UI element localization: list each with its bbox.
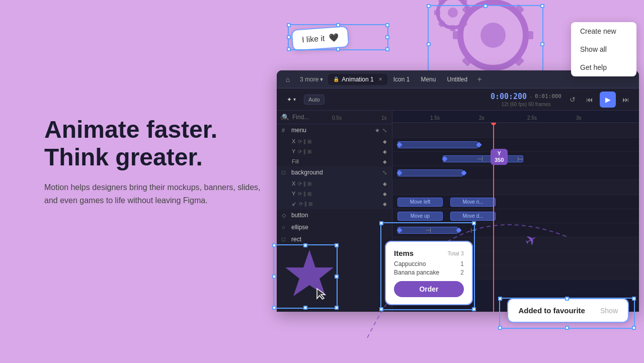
item-num-1: 1: [460, 260, 464, 267]
item-name-2: Banana pancake: [394, 269, 439, 276]
time-ruler: 0s 0.5s 1s 1.5s 2s 2.5s 3s: [392, 111, 639, 123]
star-icon[interactable]: ★: [375, 127, 380, 134]
tool-selector[interactable]: ✦ ▾: [283, 94, 300, 105]
svg-rect-7: [462, 54, 474, 66]
layer-rect[interactable]: □ rect: [277, 233, 392, 245]
tab-add-button[interactable]: +: [473, 73, 486, 85]
items-card: Items Total 3 Cappuccino 1 Banana pancak…: [385, 241, 473, 305]
diamond-icon: ◇: [282, 212, 289, 219]
order-button[interactable]: Order: [394, 281, 464, 297]
tl-row-menu: [392, 123, 639, 138]
tl-row-bg-x: Move left Move ri...: [392, 195, 639, 209]
tl-row-background: [392, 180, 639, 195]
frame-icon: □: [282, 169, 289, 175]
layer-menu-fill[interactable]: Fill ◆: [277, 156, 392, 166]
time-total: 0:01:000: [535, 93, 561, 100]
tab-home[interactable]: ⌂: [281, 72, 295, 86]
layer-menu[interactable]: # menu ★ ⤡: [277, 124, 392, 136]
tab-more[interactable]: 3 more ▾: [296, 74, 327, 85]
item-name-1: Cappuccino: [394, 260, 426, 267]
time-current: 0:00:200: [491, 92, 527, 101]
expand-bg-icon[interactable]: ⤡: [382, 169, 387, 176]
dropdown-show-all[interactable]: Show all: [571, 40, 636, 58]
time-fps: 12t (60 fps) 60 frames: [502, 102, 551, 107]
layer-menu-y[interactable]: Y ⟳ ‖ ⊞ ◆: [277, 146, 392, 156]
tl-row-y: ⊣ ⊢: [392, 152, 639, 166]
items-total: Total 3: [448, 250, 464, 256]
expand-icon[interactable]: ⤡: [382, 127, 387, 134]
layer-ellipse[interactable]: ○ ellipse: [277, 221, 392, 233]
items-title: Items: [394, 249, 414, 257]
hero-section: Animate faster. Think greater. Motion he…: [44, 116, 271, 207]
tab-icon1[interactable]: Icon 1: [388, 74, 415, 85]
y-value-bubble: Y 350: [491, 149, 508, 165]
cursor-icon: [316, 288, 326, 300]
hero-title-line2: Think greater.: [44, 143, 271, 171]
svg-rect-8: [512, 54, 524, 66]
layer-bg-scale[interactable]: ↙ ⟳ ‖ ⊞ ◆: [277, 199, 392, 209]
tool-dropdown-icon: ▾: [293, 97, 296, 102]
next-button[interactable]: ⏭: [619, 93, 633, 107]
like-card-text: I like it: [301, 34, 325, 44]
items-row-2: Banana pancake 2: [394, 269, 464, 276]
layer-ellipse-label: ellipse: [291, 224, 387, 231]
hero-title-line1: Animate faster.: [44, 116, 271, 143]
hero-title: Animate faster. Think greater.: [44, 116, 271, 171]
svg-rect-5: [453, 31, 463, 39]
layer-menu-label: menu: [291, 127, 372, 134]
heart-icon: 🖤: [329, 32, 339, 42]
item-num-2: 2: [460, 269, 464, 276]
grid-icon: #: [282, 127, 289, 133]
lock-icon: 🔒: [333, 76, 339, 82]
svg-rect-6: [512, 4, 524, 17]
layer-bg-x[interactable]: X ⟳ ‖ ⊞ ◆: [277, 178, 392, 189]
tab-animation1[interactable]: 🔒 Animation 1 ✕: [328, 74, 387, 85]
dropdown-create-new[interactable]: Create new: [571, 22, 636, 40]
svg-rect-14: [465, 10, 471, 15]
svg-rect-2: [489, 0, 497, 5]
tool-icon: ✦: [287, 96, 292, 103]
prev-button[interactable]: ⏮: [583, 93, 597, 107]
time-display: 0:00:200 · 0:01:000 12t (60 fps) 60 fram…: [491, 92, 561, 107]
tl-row-fill: [392, 166, 639, 180]
star-decoration: [279, 247, 335, 303]
layer-rect-label: rect: [291, 236, 387, 243]
svg-rect-4: [523, 31, 533, 39]
tab-close-icon[interactable]: ✕: [378, 76, 382, 82]
play-controls: ↺ ⏮ ▶ ⏭: [566, 92, 633, 108]
fav-text: Added to favourite: [518, 306, 585, 315]
layer-button[interactable]: ◇ button: [277, 209, 392, 221]
layer-menu-x[interactable]: X ⟳ ‖ ⊞ ◆: [277, 136, 392, 146]
tab-menu[interactable]: Menu: [416, 74, 441, 85]
toolbar: ✦ ▾ Auto 0:00:200 · 0:01:000 12t (60 fps…: [277, 88, 639, 111]
dropdown-menu: Create new Show all Get help: [571, 22, 636, 76]
svg-rect-15: [434, 10, 440, 15]
loop-button[interactable]: ↺: [566, 93, 580, 107]
svg-rect-13: [450, 25, 455, 31]
svg-point-11: [448, 8, 458, 18]
fav-card: Added to favourite Show: [507, 298, 629, 323]
tl-row-x: [392, 138, 639, 152]
rect-icon: □: [282, 236, 289, 242]
play-button[interactable]: ▶: [600, 92, 616, 108]
like-card: I like it 🖤: [291, 26, 350, 51]
layer-background-label: background: [291, 169, 380, 176]
svg-marker-21: [285, 250, 334, 296]
tl-row-bg-scale: ⊣ ⊢: [392, 223, 639, 237]
layer-background[interactable]: □ background ⤡: [277, 166, 392, 178]
layer-bg-y[interactable]: Y ⟳ ‖ ⊞ ◆: [277, 189, 392, 199]
dropdown-get-help[interactable]: Get help: [571, 58, 636, 76]
auto-mode-toggle[interactable]: Auto: [304, 95, 325, 105]
layer-button-label: button: [291, 212, 387, 219]
items-row-1: Cappuccino 1: [394, 260, 464, 267]
tab-untitled[interactable]: Untitled: [442, 74, 472, 85]
circle-icon: ○: [282, 224, 289, 230]
hero-subtitle: Motion helps designers bring their mocku…: [44, 181, 271, 207]
svg-point-1: [480, 23, 506, 48]
fav-show-btn[interactable]: Show: [600, 307, 618, 315]
tl-row-bg-y: Move up Move d...: [392, 209, 639, 223]
